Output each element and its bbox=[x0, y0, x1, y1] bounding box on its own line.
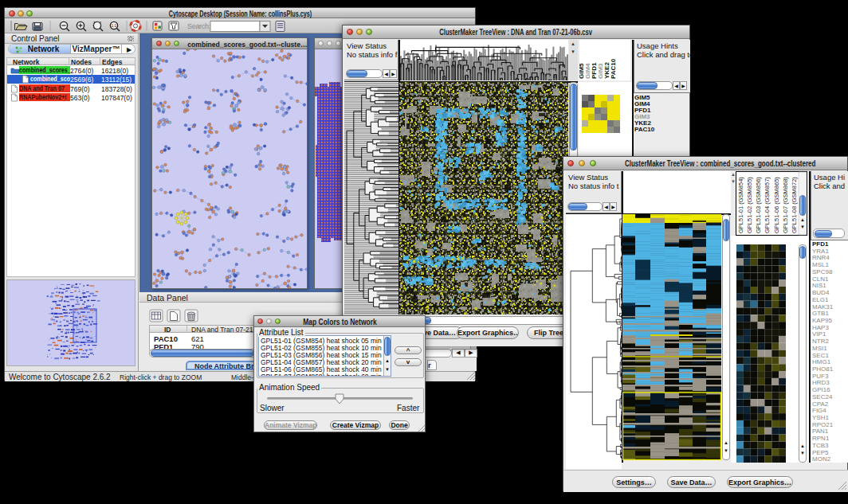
svg-text:GPL51-01 (GSM854): GPL51-01 (GSM854) bbox=[737, 177, 744, 233]
svg-text:GPL51-06 (GSM865): GPL51-06 (GSM865) bbox=[773, 177, 780, 233]
svg-text:GPL51-08 (GSM872): GPL51-08 (GSM872) bbox=[791, 177, 798, 233]
svg-text:GPL51-07 (GSM868): GPL51-07 (GSM868) bbox=[782, 177, 789, 233]
svg-text:Search:: Search: bbox=[187, 22, 210, 30]
svg-text:GPL51-04 (GSM857): GPL51-04 (GSM857) bbox=[764, 177, 771, 233]
svg-text:GPL51-03 (GSM856): GPL51-03 (GSM856) bbox=[755, 177, 762, 233]
svg-text:GPL51-02 (GSM855): GPL51-02 (GSM855) bbox=[746, 177, 753, 233]
svg-text:1:1: 1:1 bbox=[112, 24, 117, 28]
svg-text:PAC10: PAC10 bbox=[610, 58, 617, 79]
